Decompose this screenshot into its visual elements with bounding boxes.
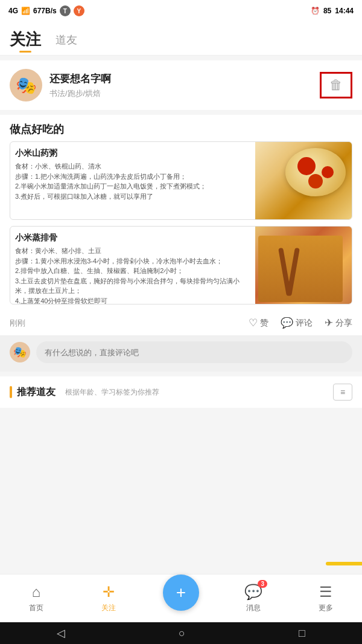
food-decoration-1 [285,148,346,196]
speed-text: 677B/s [33,7,57,15]
recommend-section: 推荐道友 根据年龄、学习标签为你推荐 ≡ [0,376,362,408]
comment-icon: 💬 [281,317,293,329]
recipe-card-1: 小米山药粥 食材：小米、铁棍山药、清水步骤：1.把小米淘洗两遍，山药洗净去皮后切… [10,141,352,220]
recipe-text-1: 小米山药粥 食材：小米、铁棍山药、清水步骤：1.把小米淘洗两遍，山药洗净去皮后切… [10,142,255,219]
message-icon-wrap: 💬 3 [244,584,262,601]
delete-button[interactable]: 🗑 [320,72,352,98]
signal-text: 4G [8,7,18,15]
recipe-text-2: 小米蒸排骨 食材：黄小米、猪小排、土豆步骤：1.黄小米用水浸泡3-4小时，排骨剁… [10,227,255,304]
like-label: 赞 [260,318,268,329]
signal-icon: 📶 [21,7,30,15]
recipe-image-2 [255,227,352,304]
battery-text: 85 [323,7,331,15]
follow-info: 还要想名字啊 书法/跑步/烘焙 [49,72,111,99]
nav-follow[interactable]: ✛ 关注 [91,584,127,613]
post-time: 刚刚 [10,318,25,329]
follow-left: 🎭 还要想名字啊 书法/跑步/烘焙 [10,69,111,101]
bottom-nav: ⌂ 首页 ✛ 关注 + 💬 3 消息 ☰ 更多 [0,574,362,622]
recommend-title: 推荐道友 [17,386,56,399]
home-icon: ⌂ [32,584,41,601]
post-title: 做点好吃的 [0,115,362,141]
nav-follow-label: 关注 [101,603,116,613]
app-icon-y: Y [74,5,84,16]
tab-daoyou[interactable]: 道友 [56,33,77,47]
scroll-indicator [326,562,362,565]
like-button[interactable]: ♡ 赞 [249,317,268,329]
nav-home-label: 首页 [29,603,43,613]
comment-button[interactable]: 💬 评论 [281,317,313,329]
share-icon: ✈ [325,317,333,329]
nav-message[interactable]: 💬 3 消息 [235,584,272,613]
follow-icon: ✛ [103,584,115,601]
follow-item: 🎭 还要想名字啊 书法/跑步/烘焙 🗑 [0,60,362,110]
share-label: 分享 [335,318,352,329]
recipe-image-1 [255,142,352,220]
home-button[interactable]: ○ [179,627,185,640]
status-left: 4G 📶 677B/s T Y [8,5,84,16]
comment-avatar: 🎭 [10,342,30,362]
recipe-desc-2: 食材：黄小米、猪小排、土豆步骤：1.黄小米用水浸泡3-4小时，排骨剁小块，冷水泡… [15,246,250,304]
trash-icon: 🗑 [329,77,343,93]
header: 关注 道友 [0,22,362,56]
user-tags: 书法/跑步/烘焙 [49,88,111,99]
recipe-name-2: 小米蒸排骨 [15,233,250,243]
back-button[interactable]: ◁ [57,626,65,640]
status-right: ⏰ 85 14:44 [311,7,354,15]
avatar: 🎭 [10,69,42,101]
nav-more-label: 更多 [319,603,333,613]
more-icon: ☰ [319,584,332,601]
recipe-container: 小米山药粥 食材：小米、铁棍山药、清水步骤：1.把小米淘洗两遍，山药洗净去皮后切… [0,141,362,304]
recommend-sub: 根据年龄、学习标签为你推荐 [65,387,159,398]
comment-input[interactable] [36,341,352,363]
recommend-left: 推荐道友 根据年龄、学习标签为你推荐 [10,386,159,399]
recipe-card-2: 小米蒸排骨 食材：黄小米、猪小排、土豆步骤：1.黄小米用水浸泡3-4小时，排骨剁… [10,226,352,304]
app-icon-t: T [60,5,71,16]
share-button[interactable]: ✈ 分享 [325,317,352,329]
system-nav: ◁ ○ □ [0,622,362,644]
heart-icon: ♡ [249,317,258,329]
comment-label: 评论 [296,318,313,329]
user-name: 还要想名字啊 [49,72,111,86]
post-card: 做点好吃的 小米山药粥 食材：小米、铁棍山药、清水步骤：1.把小米淘洗两遍，山药… [0,115,362,372]
nav-message-label: 消息 [246,603,261,613]
time-text: 14:44 [335,7,354,15]
nav-create-button[interactable]: + [163,575,199,611]
recommend-bar [10,386,12,398]
filter-icon: ≡ [340,387,345,397]
tab-follow[interactable]: 关注 [10,29,41,50]
food-decoration-2 [258,236,343,302]
recipe-name-1: 小米山药粥 [15,148,250,159]
alarm-icon: ⏰ [311,7,320,15]
plus-icon: + [176,583,186,602]
nav-more[interactable]: ☰ 更多 [308,584,344,613]
nav-home[interactable]: ⌂ 首页 [18,584,54,613]
post-actions: 刚刚 ♡ 赞 💬 评论 ✈ 分享 [0,311,362,335]
recommend-filter-icon[interactable]: ≡ [333,384,352,401]
comment-area: 🎭 [0,335,362,372]
status-bar: 4G 📶 677B/s T Y ⏰ 85 14:44 [0,0,362,22]
header-tabs: 关注 道友 [10,29,352,50]
recipe-desc-1: 食材：小米、铁棍山药、清水步骤：1.把小米淘洗两遍，山药洗净去皮后切成小丁备用；… [15,161,250,201]
message-badge: 3 [258,580,267,588]
recents-button[interactable]: □ [299,627,305,640]
